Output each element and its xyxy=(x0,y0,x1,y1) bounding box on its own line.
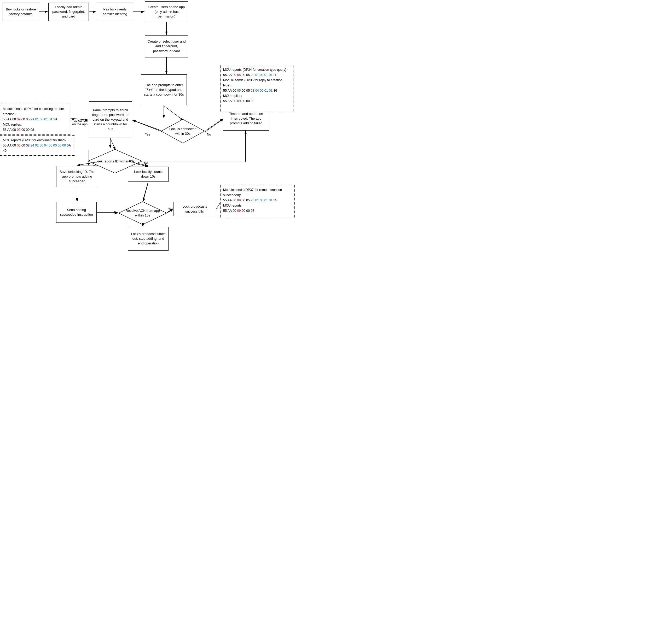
box-send-adding-succeeded: Send adding succeeded instruction xyxy=(56,202,97,223)
yes-label-d3: Yes xyxy=(168,207,173,211)
svg-line-9 xyxy=(110,138,116,150)
dashed-box-dp37: Module sends (DP37 for remote creation s… xyxy=(220,185,295,218)
dashed-box-dp42: Module sends (DP42 for canceling remote … xyxy=(0,104,70,135)
db2-line3: MCU replies: xyxy=(3,122,67,127)
svg-line-22 xyxy=(217,202,220,209)
db1-line6: 55 AA 00 09 00 00 08 xyxy=(223,98,291,104)
svg-line-6 xyxy=(164,106,184,121)
db1-line1: MCU reports (DP34 for creation type quer… xyxy=(223,67,291,72)
db1-line4: 55 AA 00 05 00 05 23 04 00 01 01 36 xyxy=(223,88,291,93)
box-pair-lock: Pair lock (verify admin's identity) xyxy=(97,3,133,21)
db4-line1: Module sends (DP37 for remote creation s… xyxy=(223,187,292,198)
no-label-d1: No xyxy=(207,133,211,136)
no-label-d2: No xyxy=(144,161,148,165)
db1-line5: MCU replies: xyxy=(223,93,291,98)
svg-line-35 xyxy=(206,119,223,131)
box-create-select-user: Create or select user and add fingerprin… xyxy=(145,35,188,57)
db3-line2: 55 AA 00 05 00 08 24 02 00 04 00 00 00 0… xyxy=(3,143,72,153)
flowchart-diagram: Buy locks or restore factory defaults Lo… xyxy=(0,0,297,627)
box-lock-broadcasts: Lock broadcasts successfully. xyxy=(173,202,216,216)
svg-line-42 xyxy=(143,182,148,201)
dashed-box-dp34: MCU reports (DP34 for creation type quer… xyxy=(220,65,293,112)
db4-line2: 55 AA 00 09 00 05 25 01 00 01 01 35 xyxy=(223,198,292,203)
db2-line4: 55 AA 00 09 00 00 08 xyxy=(3,127,67,132)
diamond-receive-ack: Receive ACK from app within 10s xyxy=(118,201,167,225)
box-panel-prompts: Panel prompts to enroll fingerprint, pas… xyxy=(89,101,132,138)
box-save-unlocking-id: Save unlocking ID. The app prompts addin… xyxy=(56,166,98,187)
tap-cancel-label: Tap cancel on the app xyxy=(70,119,90,126)
svg-line-7 xyxy=(132,120,163,132)
db1-line3: Module sends (DP35 for reply to creation… xyxy=(223,78,291,88)
box-broadcast-timeout: Lock's broadcast times out, stop adding,… xyxy=(128,227,169,251)
svg-line-34 xyxy=(133,120,161,131)
svg-line-8 xyxy=(205,119,224,132)
svg-marker-24 xyxy=(161,119,205,143)
diamond-lock-connected: Lock is connected within 30s xyxy=(161,119,205,144)
db2-line2: 55 AA 00 09 00 05 2A 01 00 01 01 3A xyxy=(3,117,67,122)
db4-line4: 55 AA 00 09 00 00 08 xyxy=(223,208,292,213)
db1-line2: 55 AA 00 05 00 05 22 01 00 01 01 2E xyxy=(223,72,291,78)
db2-line1: Module sends (DP42 for canceling remote … xyxy=(3,106,67,117)
box-create-users: Create users on the app (only admin has … xyxy=(145,1,188,22)
svg-line-18 xyxy=(143,183,148,202)
box-lock-countdown: Lock locally counts down 10s xyxy=(128,167,169,182)
db4-line3: MCU reports: xyxy=(223,203,292,208)
db3-line1: MCU reports (DP36 for enrollment finishe… xyxy=(3,137,72,143)
svg-marker-26 xyxy=(119,202,167,225)
dashed-box-dp36: MCU reports (DP36 for enrollment finishe… xyxy=(0,135,75,156)
box-app-prompts-enter: The app prompts to enter "5+#" on the ke… xyxy=(141,74,187,105)
box-locally-add-admin: Locally add admin password, fingerprint,… xyxy=(48,3,89,21)
box-buy-locks: Buy locks or restore factory defaults xyxy=(3,3,39,21)
svg-line-46 xyxy=(216,202,220,209)
yes-label-d1: Yes xyxy=(145,133,150,136)
